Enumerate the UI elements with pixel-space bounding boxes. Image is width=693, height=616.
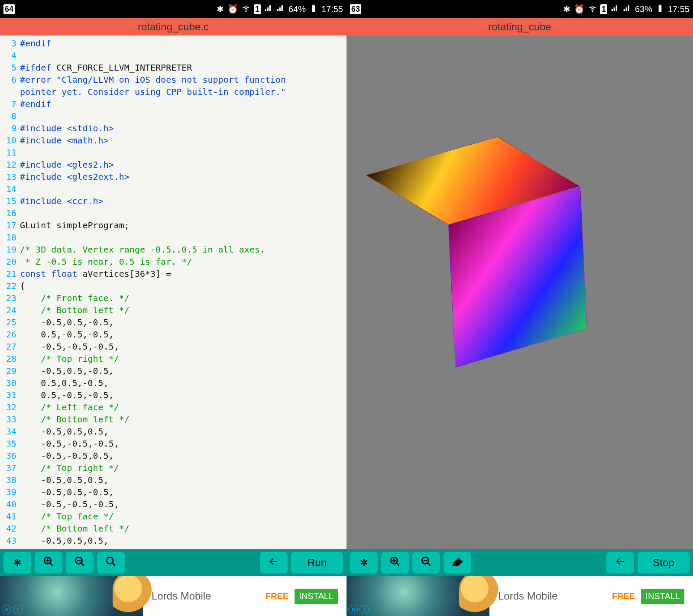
code-line[interactable]: 9#include <stdio.h> [0, 122, 346, 134]
search-button[interactable] [97, 552, 125, 574]
code-line[interactable]: 36 -0.5,-0.5,0.5, [0, 450, 346, 462]
code-content[interactable]: -0.5,-0.5,0.5, [20, 450, 114, 462]
code-content[interactable]: 0.5,-0.5,-0.5, [20, 328, 114, 340]
code-content[interactable]: /* Left face */ [20, 401, 119, 413]
ad-controls[interactable]: ✕i [348, 605, 369, 614]
code-line[interactable]: 20 * Z -0.5 is near, 0.5 is far. */ [0, 256, 346, 268]
code-content[interactable]: #endif [20, 98, 51, 110]
code-line[interactable]: 23 /* Front face. */ [0, 292, 346, 304]
code-content[interactable]: -0.5,-0.5,-0.5, [20, 498, 119, 510]
code-line[interactable]: 5#ifdef CCR_FORCE_LLVM_INTERPRETER [0, 62, 346, 74]
code-line[interactable]: 12#include <gles2.h> [0, 159, 346, 171]
code-line[interactable]: 31 0.5,-0.5,-0.5, [0, 389, 346, 401]
gear-icon: ✱ [360, 557, 368, 568]
zoom-in-button[interactable] [35, 552, 62, 574]
zoom-out-button[interactable] [66, 552, 94, 574]
code-line[interactable]: 11 [0, 146, 346, 159]
code-line[interactable]: 33 /* Bottom left */ [0, 413, 346, 425]
code-line[interactable]: 40 -0.5,-0.5,-0.5, [0, 498, 346, 510]
stop-button[interactable]: Stop [638, 552, 690, 574]
code-content[interactable]: /* Top right */ [20, 353, 119, 365]
code-line[interactable]: pointer yet. Consider using CPP built-in… [0, 86, 346, 98]
code-line[interactable]: 37 /* Top right */ [0, 462, 346, 474]
code-content[interactable]: #error "Clang/LLVM on iOS does not suppo… [20, 74, 286, 86]
code-line[interactable]: 6#error "Clang/LLVM on iOS does not supp… [0, 74, 346, 86]
code-content[interactable]: -0.5,-0.5,-0.5, [20, 340, 119, 353]
ad-banner-left[interactable]: Lords Mobile FREE INSTALL ✕i [0, 576, 346, 616]
code-content[interactable]: -0.5,0.5,-0.5, [20, 486, 114, 498]
code-content[interactable]: * Z -0.5 is near, 0.5 is far. */ [20, 256, 192, 268]
settings-button[interactable]: ✱ [350, 552, 378, 574]
code-line[interactable]: 28 /* Top right */ [0, 353, 346, 365]
code-content[interactable]: -0.5,0.5,0.5, [20, 474, 109, 486]
zoom-in-button[interactable] [381, 552, 409, 574]
code-line[interactable]: 16 [0, 207, 346, 219]
code-content[interactable]: /* Top face */ [20, 510, 114, 522]
code-line[interactable]: 3#endif [0, 37, 346, 49]
code-line[interactable]: 29 -0.5,0.5,-0.5, [0, 365, 346, 377]
code-line[interactable]: 8 [0, 110, 346, 122]
code-content[interactable]: #include <gles2.h> [20, 159, 114, 171]
settings-button[interactable]: ✱ [3, 552, 31, 574]
code-content[interactable]: /* Top right */ [20, 462, 119, 474]
code-content[interactable]: /* 3D data. Vertex range -0.5..0.5 in al… [20, 243, 265, 256]
ad-install-button[interactable]: INSTALL [295, 589, 338, 604]
ad-install-button[interactable]: INSTALL [641, 589, 684, 604]
code-line[interactable]: 17GLuint simpleProgram; [0, 219, 346, 231]
code-content[interactable]: #endif [20, 37, 51, 49]
code-line[interactable]: 7#endif [0, 98, 346, 110]
code-line[interactable]: 24 /* Bottom left */ [0, 304, 346, 316]
code-content[interactable]: #include <math.h> [20, 134, 109, 146]
code-content[interactable]: 0.5,-0.5,-0.5, [20, 389, 114, 401]
back-button[interactable] [260, 552, 288, 574]
ad-banner-right[interactable]: Lords Mobile FREE INSTALL ✕i [346, 576, 693, 616]
run-button[interactable]: Run [291, 552, 343, 574]
zoom-out-button[interactable] [412, 552, 440, 574]
ad-controls[interactable]: ✕i [2, 605, 23, 614]
code-content[interactable]: /* Bottom left */ [20, 522, 130, 535]
code-content[interactable]: #include <gles2ext.h> [20, 171, 130, 183]
code-line[interactable]: 19/* 3D data. Vertex range -0.5..0.5 in … [0, 243, 346, 256]
line-number [0, 86, 20, 98]
code-content[interactable]: /* Front face. */ [20, 292, 130, 304]
code-line[interactable]: 10#include <math.h> [0, 134, 346, 146]
code-line[interactable]: 34 -0.5,0.5,0.5, [0, 425, 346, 438]
code-line[interactable]: 13#include <gles2ext.h> [0, 171, 346, 183]
code-line[interactable]: 14 [0, 183, 346, 195]
code-content[interactable]: -0.5,0.5,0.5, [20, 535, 109, 547]
code-line[interactable]: 4 [0, 49, 346, 62]
code-line[interactable]: 35 -0.5,-0.5,-0.5, [0, 438, 346, 450]
code-content[interactable]: -0.5,0.5,-0.5, [20, 316, 114, 328]
code-line[interactable]: 32 /* Left face */ [0, 401, 346, 413]
code-line[interactable]: 26 0.5,-0.5,-0.5, [0, 328, 346, 340]
code-line[interactable]: 18 [0, 231, 346, 243]
code-line[interactable]: 39 -0.5,0.5,-0.5, [0, 486, 346, 498]
code-content[interactable]: -0.5,-0.5,-0.5, [20, 438, 119, 450]
code-editor[interactable]: 3#endif45#ifdef CCR_FORCE_LLVM_INTERPRET… [0, 36, 346, 549]
code-line[interactable]: 27 -0.5,-0.5,-0.5, [0, 340, 346, 353]
code-content[interactable]: { [20, 280, 25, 292]
code-content[interactable]: 0.5,0.5,-0.5, [20, 377, 109, 389]
opengl-output[interactable] [346, 36, 693, 549]
code-line[interactable]: 21const float aVertices[36*3] = [0, 268, 346, 280]
code-content[interactable]: const float aVertices[36*3] = [20, 268, 171, 280]
code-content[interactable]: /* Bottom left */ [20, 413, 130, 425]
code-content[interactable]: -0.5,0.5,0.5, [20, 425, 109, 438]
code-content[interactable]: #include <ccr.h> [20, 195, 104, 207]
code-line[interactable]: 42 /* Bottom left */ [0, 522, 346, 535]
code-content[interactable]: -0.5,0.5,-0.5, [20, 365, 114, 377]
code-line[interactable]: 38 -0.5,0.5,0.5, [0, 474, 346, 486]
code-content[interactable]: #ifdef CCR_FORCE_LLVM_INTERPRETER [20, 62, 192, 74]
code-content[interactable]: GLuint simpleProgram; [20, 219, 130, 231]
code-content[interactable]: #include <stdio.h> [20, 122, 114, 134]
code-content[interactable]: pointer yet. Consider using CPP built-in… [20, 86, 286, 98]
code-line[interactable]: 43 -0.5,0.5,0.5, [0, 535, 346, 547]
code-line[interactable]: 30 0.5,0.5,-0.5, [0, 377, 346, 389]
code-line[interactable]: 22{ [0, 280, 346, 292]
code-content[interactable]: /* Bottom left */ [20, 304, 130, 316]
erase-button[interactable] [444, 552, 471, 574]
code-line[interactable]: 41 /* Top face */ [0, 510, 346, 522]
code-line[interactable]: 25 -0.5,0.5,-0.5, [0, 316, 346, 328]
back-button[interactable] [606, 552, 634, 574]
code-line[interactable]: 15#include <ccr.h> [0, 195, 346, 207]
